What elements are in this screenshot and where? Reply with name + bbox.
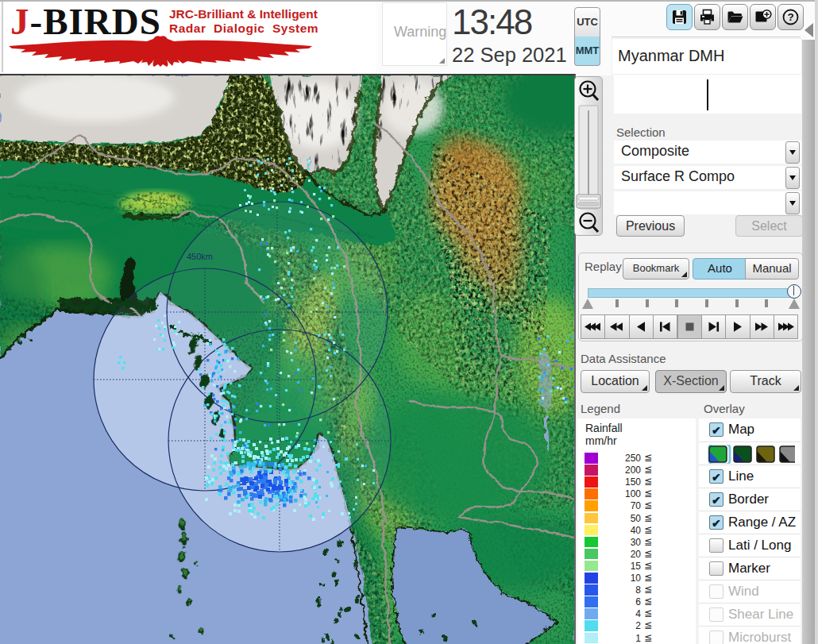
- svg-text:?: ?: [787, 11, 793, 23]
- svg-text:450km: 450km: [187, 252, 213, 261]
